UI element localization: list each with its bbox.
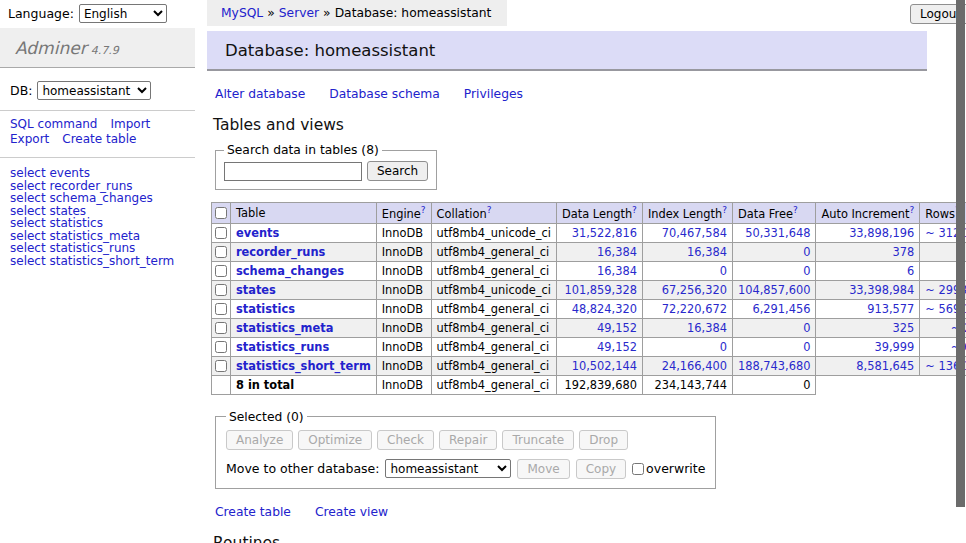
help-icon[interactable]: ? [632, 205, 637, 215]
language-label: Language: [8, 6, 74, 21]
table-link[interactable]: statistics_runs [236, 340, 329, 354]
breadcrumb-link-mysql[interactable]: MySQL [221, 6, 263, 20]
total-collation-cell: utf8mb4_general_ci [431, 375, 556, 394]
data-free-cell: 6,291,456 [732, 299, 815, 318]
table-row: events InnoDB utf8mb4_unicode_ci 31,522,… [212, 223, 966, 242]
move-db-select[interactable]: homeassistant [385, 459, 511, 478]
table-link[interactable]: events [236, 226, 279, 240]
content-link[interactable]: Create view [315, 505, 388, 519]
data-length-cell: 16,384 [557, 261, 643, 280]
table-name-cell: events [231, 223, 377, 242]
table-row: schema_changes InnoDB utf8mb4_general_ci… [212, 261, 966, 280]
row-checkbox[interactable] [215, 360, 227, 372]
collation-cell: utf8mb4_general_ci [431, 299, 556, 318]
row-checkbox[interactable] [215, 227, 227, 239]
row-checkbox[interactable] [215, 284, 227, 296]
table-link[interactable]: statistics_meta [236, 321, 333, 335]
language-select[interactable]: English [79, 4, 167, 23]
app-version: 4.7.9 [91, 44, 119, 57]
data-free-cell: 50,331,648 [732, 223, 815, 242]
selected-action-button[interactable]: Drop [579, 430, 628, 450]
collation-cell: utf8mb4_unicode_ci [431, 280, 556, 299]
index-length-cell: 70,467,584 [642, 223, 732, 242]
table-link[interactable]: statistics [236, 302, 295, 316]
copy-button[interactable]: Copy [576, 459, 626, 479]
table-name-cell: statistics_meta [231, 318, 377, 337]
language-form: Language: English [8, 4, 167, 23]
row-checkbox[interactable] [215, 246, 227, 258]
sidebar-action-link[interactable]: Import [110, 118, 150, 132]
sidebar-divider [0, 157, 195, 158]
row-checkbox-cell [212, 223, 231, 242]
engine-cell: InnoDB [376, 280, 431, 299]
move-button[interactable]: Move [517, 459, 569, 479]
row-checkbox[interactable] [215, 303, 227, 315]
help-icon[interactable]: ? [793, 205, 798, 215]
sidebar-select-table-link[interactable]: select statistics_short_term [10, 254, 174, 268]
sidebar-actions: SQL commandImportExportCreate table [10, 118, 195, 147]
search-button[interactable]: Search [367, 161, 428, 181]
table-name-cell: states [231, 280, 377, 299]
overwrite-label: overwrite [646, 461, 705, 476]
sidebar-action-link[interactable]: Create table [62, 133, 136, 147]
content-link[interactable]: Database schema [329, 87, 440, 101]
table-name-cell: recorder_runs [231, 242, 377, 261]
table-link[interactable]: states [236, 283, 276, 297]
table-row: statistics_runs InnoDB utf8mb4_general_c… [212, 337, 966, 356]
table-link[interactable]: statistics_short_term [236, 359, 371, 373]
selected-action-button[interactable]: Analyze [226, 430, 293, 450]
select-all-checkbox[interactable] [215, 207, 227, 219]
db-label: DB: [10, 83, 32, 98]
help-icon[interactable]: ? [722, 205, 727, 215]
db-select[interactable]: homeassistant [37, 81, 151, 100]
overwrite-checkbox[interactable] [632, 463, 644, 475]
table-name-cell: schema_changes [231, 261, 377, 280]
row-checkbox[interactable] [215, 341, 227, 353]
table-link[interactable]: schema_changes [236, 264, 344, 278]
content-link[interactable]: Create table [215, 505, 291, 519]
index-length-cell: 72,220,672 [642, 299, 732, 318]
help-icon[interactable]: ? [421, 205, 426, 215]
help-icon[interactable]: ? [487, 205, 492, 215]
search-input[interactable] [224, 162, 362, 181]
scrollbar-thumb[interactable] [956, 0, 965, 507]
db-selector-row: DB: homeassistant [10, 81, 195, 100]
sidebar-action-link[interactable]: SQL command [10, 118, 97, 132]
collation-cell: utf8mb4_general_ci [431, 337, 556, 356]
selected-action-button[interactable]: Optimize [298, 430, 372, 450]
auto-increment-cell: 6 [816, 261, 920, 280]
content-link[interactable]: Privileges [464, 87, 523, 101]
selected-action-button[interactable]: Check [377, 430, 434, 450]
selected-action-button[interactable]: Truncate [502, 430, 574, 450]
table-name-cell: statistics_runs [231, 337, 377, 356]
engine-cell: InnoDB [376, 242, 431, 261]
row-checkbox-cell [212, 337, 231, 356]
row-checkbox[interactable] [215, 265, 227, 277]
sidebar-action-link[interactable]: Export [10, 133, 49, 147]
row-checkbox[interactable] [215, 322, 227, 334]
engine-cell: InnoDB [376, 318, 431, 337]
data-free-cell: 0 [732, 242, 815, 261]
list-item: select statistics_short_term [10, 255, 195, 268]
search-fieldset: Search data in tables (8) Search [215, 143, 437, 190]
selected-legend: Selected (0) [226, 410, 307, 424]
column-header: Index Length? [642, 203, 732, 224]
total-data-length-cell: 192,839,680 [557, 375, 643, 394]
breadcrumb-link-server[interactable]: Server [279, 6, 319, 20]
sidebar: Adminer4.7.9 DB: homeassistant SQL comma… [0, 28, 195, 267]
routines-section-title: Routines [213, 534, 927, 543]
row-checkbox-cell [212, 261, 231, 280]
selected-action-button[interactable]: Repair [439, 430, 497, 450]
collation-cell: utf8mb4_general_ci [431, 242, 556, 261]
data-length-cell: 49,152 [557, 337, 643, 356]
breadcrumb-separator: » [267, 6, 275, 20]
engine-cell: InnoDB [376, 261, 431, 280]
table-link[interactable]: recorder_runs [236, 245, 325, 259]
data-length-cell: 10,502,144 [557, 356, 643, 375]
page-title: Database: homeassistant [207, 31, 927, 71]
index-length-cell: 67,256,320 [642, 280, 732, 299]
help-icon[interactable]: ? [910, 205, 915, 215]
content-link[interactable]: Alter database [215, 87, 305, 101]
data-length-cell: 31,522,816 [557, 223, 643, 242]
row-checkbox-cell [212, 280, 231, 299]
